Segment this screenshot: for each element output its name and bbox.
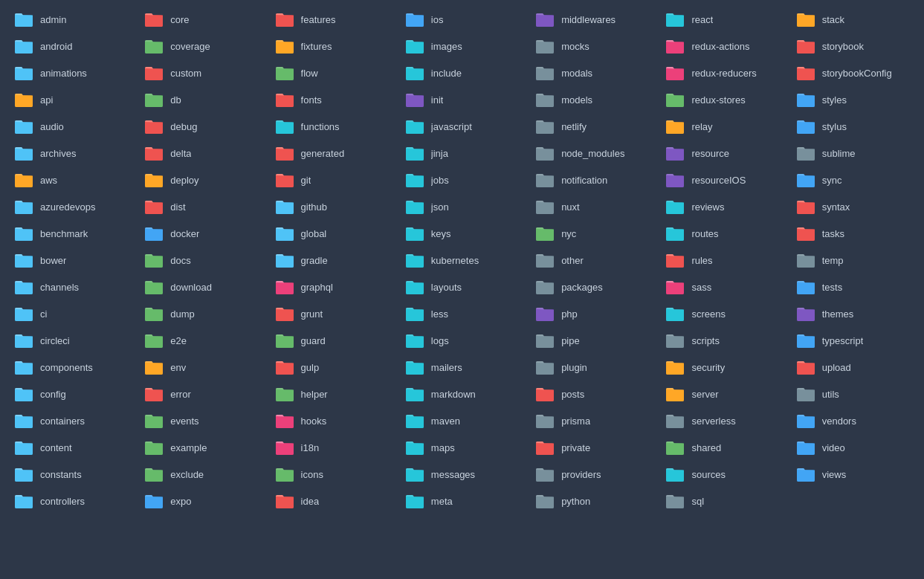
folder-item-ios[interactable]: ios xyxy=(397,6,527,33)
folder-item-channels[interactable]: channels xyxy=(6,274,136,300)
folder-item-animations[interactable]: animations xyxy=(6,59,136,86)
folder-item-functions[interactable]: functions xyxy=(267,113,397,140)
folder-item-netlify[interactable]: netlify xyxy=(527,113,657,140)
folder-item-video[interactable]: video xyxy=(788,434,918,461)
folder-item-server[interactable]: server xyxy=(657,381,787,407)
folder-item-security[interactable]: security xyxy=(657,354,787,381)
folder-item-admin[interactable]: admin xyxy=(6,6,136,33)
folder-item-gradle[interactable]: gradle xyxy=(267,247,397,274)
folder-item-benchmark[interactable]: benchmark xyxy=(6,220,136,247)
folder-item-other[interactable]: other xyxy=(527,247,657,274)
folder-item-helper[interactable]: helper xyxy=(267,381,397,407)
folder-item-archives[interactable]: archives xyxy=(6,140,136,166)
folder-item-icons[interactable]: icons xyxy=(267,461,397,488)
folder-item-tests[interactable]: tests xyxy=(788,274,918,300)
folder-item-middlewares[interactable]: middlewares xyxy=(527,6,657,33)
folder-item-github[interactable]: github xyxy=(267,193,397,220)
folder-item-mocks[interactable]: mocks xyxy=(527,33,657,59)
folder-item-api[interactable]: api xyxy=(6,86,136,113)
folder-item-modals[interactable]: modals xyxy=(527,59,657,86)
folder-item-sync[interactable]: sync xyxy=(788,166,918,193)
folder-item-init[interactable]: init xyxy=(397,86,527,113)
folder-item-javascript[interactable]: javascript xyxy=(397,113,527,140)
folder-item-php[interactable]: php xyxy=(527,300,657,327)
folder-item-jinja[interactable]: jinja xyxy=(397,140,527,166)
folder-item-events[interactable]: events xyxy=(136,407,266,434)
folder-item-stack[interactable]: stack xyxy=(788,6,918,33)
folder-item-aws[interactable]: aws xyxy=(6,166,136,193)
folder-item-notification[interactable]: notification xyxy=(527,166,657,193)
folder-item-nyc[interactable]: nyc xyxy=(527,220,657,247)
folder-item-download[interactable]: download xyxy=(136,274,266,300)
folder-item-controllers[interactable]: controllers xyxy=(6,488,136,514)
folder-item-reviews[interactable]: reviews xyxy=(657,193,787,220)
folder-item-screens[interactable]: screens xyxy=(657,300,787,327)
folder-item-maven[interactable]: maven xyxy=(397,407,527,434)
folder-item-global[interactable]: global xyxy=(267,220,397,247)
folder-item-constants[interactable]: constants xyxy=(6,461,136,488)
folder-item-resource[interactable]: resource xyxy=(657,140,787,166)
folder-item-exclude[interactable]: exclude xyxy=(136,461,266,488)
folder-item-guard[interactable]: guard xyxy=(267,327,397,354)
folder-item-posts[interactable]: posts xyxy=(527,381,657,407)
folder-item-gulp[interactable]: gulp xyxy=(267,354,397,381)
folder-item-messages[interactable]: messages xyxy=(397,461,527,488)
folder-item-config[interactable]: config xyxy=(6,381,136,407)
folder-item-docs[interactable]: docs xyxy=(136,247,266,274)
folder-item-docker[interactable]: docker xyxy=(136,220,266,247)
folder-item-providers[interactable]: providers xyxy=(527,461,657,488)
folder-item-prisma[interactable]: prisma xyxy=(527,407,657,434)
folder-item-stylus[interactable]: stylus xyxy=(788,113,918,140)
folder-item-relay[interactable]: relay xyxy=(657,113,787,140)
folder-item-views[interactable]: views xyxy=(788,461,918,488)
folder-item-hooks[interactable]: hooks xyxy=(267,407,397,434)
folder-item-e2e[interactable]: e2e xyxy=(136,327,266,354)
folder-item-tasks[interactable]: tasks xyxy=(788,220,918,247)
folder-item-audio[interactable]: audio xyxy=(6,113,136,140)
folder-item-sql[interactable]: sql xyxy=(657,488,787,514)
folder-item-maps[interactable]: maps xyxy=(397,434,527,461)
folder-item-azuredevops[interactable]: azuredevops xyxy=(6,193,136,220)
folder-item-vendors[interactable]: vendors xyxy=(788,407,918,434)
folder-item-react[interactable]: react xyxy=(657,6,787,33)
folder-item-packages[interactable]: packages xyxy=(527,274,657,300)
folder-item-components[interactable]: components xyxy=(6,354,136,381)
folder-item-sass[interactable]: sass xyxy=(657,274,787,300)
folder-item-example[interactable]: example xyxy=(136,434,266,461)
folder-item-grunt[interactable]: grunt xyxy=(267,300,397,327)
folder-item-rules[interactable]: rules xyxy=(657,247,787,274)
folder-item-git[interactable]: git xyxy=(267,166,397,193)
folder-item-node_modules[interactable]: node_modules xyxy=(527,140,657,166)
folder-item-env[interactable]: env xyxy=(136,354,266,381)
folder-item-features[interactable]: features xyxy=(267,6,397,33)
folder-item-kubernetes[interactable]: kubernetes xyxy=(397,247,527,274)
folder-item-fonts[interactable]: fonts xyxy=(267,86,397,113)
folder-item-custom[interactable]: custom xyxy=(136,59,266,86)
folder-item-json[interactable]: json xyxy=(397,193,527,220)
folder-item-delta[interactable]: delta xyxy=(136,140,266,166)
folder-item-core[interactable]: core xyxy=(136,6,266,33)
folder-item-sublime[interactable]: sublime xyxy=(788,140,918,166)
folder-item-jobs[interactable]: jobs xyxy=(397,166,527,193)
folder-item-storybookConfig[interactable]: storybookConfig xyxy=(788,59,918,86)
folder-item-graphql[interactable]: graphql xyxy=(267,274,397,300)
folder-item-nuxt[interactable]: nuxt xyxy=(527,193,657,220)
folder-item-expo[interactable]: expo xyxy=(136,488,266,514)
folder-item-fixtures[interactable]: fixtures xyxy=(267,33,397,59)
folder-item-error[interactable]: error xyxy=(136,381,266,407)
folder-item-upload[interactable]: upload xyxy=(788,354,918,381)
folder-item-markdown[interactable]: markdown xyxy=(397,381,527,407)
folder-item-keys[interactable]: keys xyxy=(397,220,527,247)
folder-item-flow[interactable]: flow xyxy=(267,59,397,86)
folder-item-deploy[interactable]: deploy xyxy=(136,166,266,193)
folder-item-android[interactable]: android xyxy=(6,33,136,59)
folder-item-utils[interactable]: utils xyxy=(788,381,918,407)
folder-item-private[interactable]: private xyxy=(527,434,657,461)
folder-item-containers[interactable]: containers xyxy=(6,407,136,434)
folder-item-bower[interactable]: bower xyxy=(6,247,136,274)
folder-item-serverless[interactable]: serverless xyxy=(657,407,787,434)
folder-item-themes[interactable]: themes xyxy=(788,300,918,327)
folder-item-circleci[interactable]: circleci xyxy=(6,327,136,354)
folder-item-generated[interactable]: generated xyxy=(267,140,397,166)
folder-item-include[interactable]: include xyxy=(397,59,527,86)
